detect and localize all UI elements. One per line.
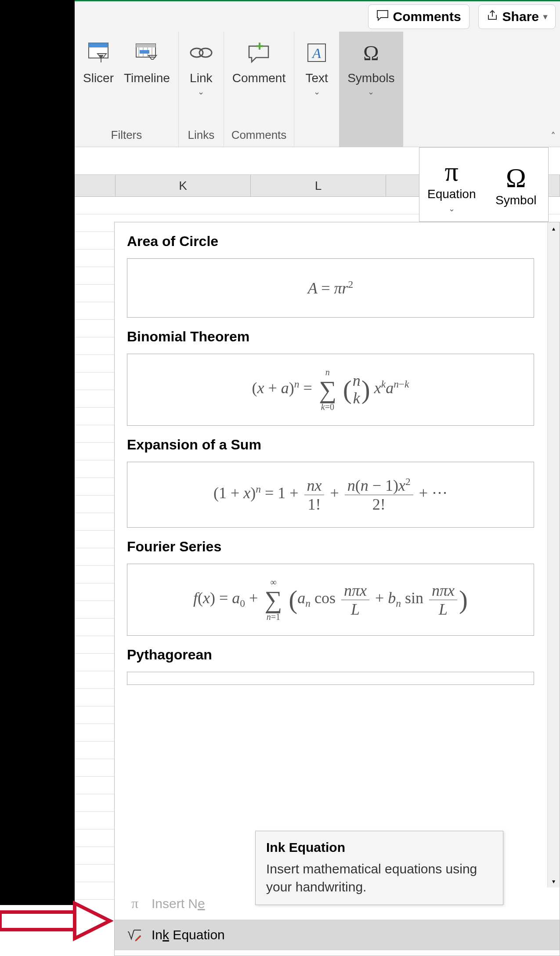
pi-icon: π	[127, 895, 143, 912]
comments-group-label: Comments	[231, 126, 287, 145]
tooltip-body: Insert mathematical equations using your…	[266, 860, 492, 896]
scroll-down-button[interactable]: ▾	[548, 875, 560, 887]
equation-button[interactable]: π Equation ⌄	[419, 148, 484, 221]
svg-rect-17	[0, 912, 75, 930]
share-label: Share	[502, 9, 539, 24]
slicer-label: Slicer	[83, 71, 114, 85]
ribbon: Slicer Timeline Filters Link ⌄	[75, 32, 560, 147]
comments-label: Comments	[393, 9, 461, 24]
chevron-down-icon: ▾	[543, 12, 547, 22]
comment-label: Comment	[232, 71, 285, 85]
omega-icon: Ω	[357, 39, 385, 67]
timeline-button[interactable]: Timeline	[122, 36, 172, 88]
column-header-l[interactable]: L	[251, 175, 386, 196]
comment-button[interactable]: Comment	[231, 36, 287, 88]
ink-equation-icon	[127, 928, 143, 942]
title-bar: Comments Share ▾	[75, 0, 560, 32]
timeline-icon	[133, 39, 161, 67]
text-label: Text	[305, 71, 328, 85]
svg-rect-1	[89, 43, 108, 47]
equation-category-title: Fourier Series	[127, 539, 534, 555]
share-icon	[487, 9, 498, 24]
omega-icon: Ω	[506, 162, 526, 193]
equation-item-fourier-series[interactable]: f(x) = a0 + ∞∑n=1 (an cos nπxL + bn sin …	[127, 564, 534, 636]
ribbon-group-text: A Text ⌄	[294, 32, 339, 147]
equation-label: Equation	[427, 187, 476, 201]
equation-item-binomial-theorem[interactable]: (x + a)n = n∑k=0 (nk) xkan−k	[127, 354, 534, 426]
pi-icon: π	[445, 156, 459, 187]
text-button[interactable]: A Text ⌄	[301, 36, 332, 99]
equation-category-title: Expansion of a Sum	[127, 437, 534, 453]
collapse-ribbon-button[interactable]: ˄	[551, 131, 556, 142]
chevron-down-icon: ⌄	[368, 87, 374, 97]
equation-category-title: Pythagorean	[127, 647, 534, 663]
equation-category-title: Area of Circle	[127, 233, 534, 250]
equation-item-expansion-of-sum[interactable]: (1 + x)n = 1 + nx1! + n(n − 1)x22! + ⋯	[127, 462, 534, 528]
insert-new-equation-label: Insert Ne	[152, 896, 205, 911]
tooltip: Ink Equation Insert mathematical equatio…	[255, 831, 503, 905]
chevron-down-icon: ⌄	[314, 87, 320, 97]
share-button[interactable]: Share ▾	[478, 4, 556, 29]
text-group-label	[315, 126, 318, 145]
timeline-label: Timeline	[124, 71, 170, 85]
chevron-down-icon: ⌄	[448, 204, 455, 214]
ribbon-group-filters: Slicer Timeline Filters	[75, 32, 179, 147]
scroll-up-button[interactable]: ▴	[548, 222, 560, 235]
ink-equation-item[interactable]: Ink Equation	[115, 920, 560, 950]
symbols-group-label	[369, 126, 372, 145]
symbols-dropdown: π Equation ⌄ Ω Symbol	[419, 147, 549, 222]
link-button[interactable]: Link ⌄	[185, 36, 217, 99]
svg-text:A: A	[311, 45, 321, 61]
equation-item-area-of-circle[interactable]: A = πr2	[127, 258, 534, 318]
slicer-icon	[84, 39, 112, 67]
text-icon: A	[303, 39, 331, 67]
new-comment-icon	[245, 39, 273, 67]
slicer-button[interactable]: Slicer	[81, 36, 116, 88]
symbol-button[interactable]: Ω Symbol	[484, 148, 549, 221]
comments-button[interactable]: Comments	[368, 4, 470, 29]
annotation-arrow	[0, 895, 114, 948]
links-group-label: Links	[188, 126, 214, 145]
equation-category-title: Binomial Theorem	[127, 329, 534, 345]
svg-marker-18	[75, 903, 110, 938]
svg-rect-3	[136, 44, 155, 47]
tooltip-title: Ink Equation	[266, 840, 492, 855]
svg-point-10	[199, 48, 212, 57]
equation-list: Area of Circle A = πr2 Binomial Theorem …	[115, 222, 546, 887]
filters-group-label: Filters	[111, 126, 142, 145]
link-icon	[187, 39, 215, 67]
equation-item-pythagorean[interactable]	[127, 672, 534, 685]
chevron-down-icon: ⌄	[198, 87, 204, 97]
equation-gallery: Area of Circle A = πr2 Binomial Theorem …	[114, 222, 560, 956]
link-label: Link	[190, 71, 212, 85]
ribbon-group-comments: Comment Comments	[224, 32, 294, 147]
symbol-label: Symbol	[495, 193, 536, 207]
svg-rect-8	[140, 50, 149, 54]
symbols-label: Symbols	[347, 71, 394, 85]
comment-icon	[376, 9, 389, 24]
column-header[interactable]	[75, 175, 116, 196]
ribbon-group-links: Link ⌄ Links	[179, 32, 224, 147]
symbols-button[interactable]: Ω Symbols ⌄	[346, 36, 396, 99]
gallery-scrollbar[interactable]: ▴ ▾	[547, 222, 560, 887]
ink-equation-label: Ink Equation	[152, 927, 225, 942]
column-header-k[interactable]: K	[116, 175, 251, 196]
ribbon-group-symbols: Ω Symbols ⌄	[339, 32, 403, 147]
